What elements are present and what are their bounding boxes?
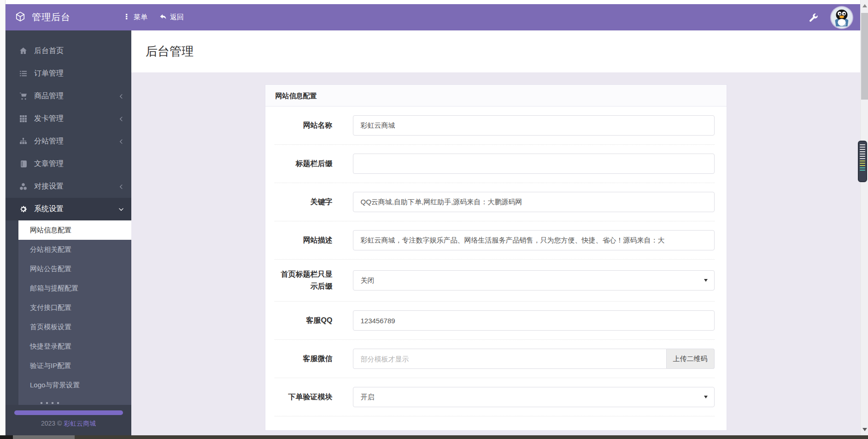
form-row-6: 客服微信上传二维码 <box>275 340 715 378</box>
field-label: 客服微信 <box>275 353 333 365</box>
cube-icon <box>15 12 25 24</box>
form-row-7: 下单验证模块开启 <box>275 378 715 416</box>
field-wrap <box>353 310 715 331</box>
cubes-icon <box>19 183 27 190</box>
minimap-stripe <box>860 160 865 161</box>
system-settings-submenu: 网站信息配置分站相关配置网站公告配置邮箱与提醒配置支付接口配置首页模板设置快捷登… <box>18 220 131 405</box>
field-wrap <box>353 154 715 174</box>
input-5[interactable] <box>353 310 715 331</box>
topnav: 菜单 返回 <box>123 13 184 22</box>
minimap-stripe <box>860 151 865 152</box>
submenu-item-6[interactable]: 快捷登录配置 <box>18 337 131 356</box>
input-1[interactable] <box>353 154 715 174</box>
list-icon <box>19 70 27 77</box>
sidebar-item-4[interactable]: 分站管理 <box>6 130 131 153</box>
scroll-up-arrow-icon[interactable] <box>861 2 868 10</box>
input-3[interactable] <box>353 230 715 250</box>
page-title: 后台管理 <box>146 43 194 59</box>
sidebar-item-label: 订单管理 <box>34 69 124 78</box>
caret-down-icon <box>704 396 708 398</box>
upload-qrcode-button[interactable]: 上传二维码 <box>667 349 715 369</box>
browser-viewport: 管理后台 菜单 返回 <box>0 0 868 439</box>
sidebar-item-5[interactable]: 文章管理 <box>6 153 131 175</box>
window-top-strip <box>0 0 860 4</box>
vertical-scrollbar-thumb[interactable] <box>861 13 868 100</box>
wrench-icon[interactable] <box>809 13 818 22</box>
sidebar: 后台首页订单管理商品管理发卡管理分站管理文章管理对接设置系统设置 网站信息配置分… <box>6 30 131 435</box>
sidebar-item-label: 后台首页 <box>34 46 124 56</box>
menu-toggle-button[interactable]: 菜单 <box>123 13 147 22</box>
minimap-stripe <box>860 163 865 164</box>
submenu-item-5[interactable]: 首页模板设置 <box>18 317 131 337</box>
sidebar-item-7[interactable]: 系统设置 <box>6 198 131 220</box>
back-button[interactable]: 返回 <box>159 13 184 22</box>
minimap-stripe <box>860 147 865 148</box>
submenu-item-3[interactable]: 邮箱与提醒配置 <box>18 279 131 298</box>
sidebar-menu: 后台首页订单管理商品管理发卡管理分站管理文章管理对接设置系统设置 <box>6 30 131 220</box>
submenu-item-4[interactable]: 支付接口配置 <box>18 298 131 317</box>
submenu-item-2[interactable]: 网站公告配置 <box>18 259 131 279</box>
form-row-4: 首页标题栏只显示后缀关闭 <box>275 260 715 302</box>
submenu-item-0[interactable]: 网站信息配置 <box>18 220 131 240</box>
sidebar-item-0[interactable]: 后台首页 <box>6 40 131 62</box>
select-7[interactable]: 开启 <box>353 387 715 407</box>
field-label: 网站名称 <box>275 119 333 131</box>
minimap-stripe <box>860 158 865 159</box>
select-4[interactable]: 关闭 <box>353 270 715 291</box>
submenu-item-7[interactable]: 验证与IP配置 <box>18 356 131 375</box>
field-label: 网站描述 <box>275 234 333 246</box>
field-wrap <box>353 192 715 212</box>
field-wrap <box>353 115 715 136</box>
clipped-submenu-item[interactable] <box>18 395 131 405</box>
sidebar-scroll-pill[interactable] <box>14 410 123 415</box>
user-avatar[interactable] <box>831 7 852 28</box>
chevron-down-icon <box>118 207 124 212</box>
panel-title: 网站信息配置 <box>265 85 727 107</box>
back-arrow-icon <box>159 13 167 22</box>
sidebar-item-2[interactable]: 商品管理 <box>6 85 131 107</box>
copyright-year: 2023 © <box>41 420 64 427</box>
back-label: 返回 <box>170 13 184 22</box>
scroll-minimap-widget[interactable] <box>858 141 867 182</box>
input-2[interactable] <box>353 192 715 212</box>
field-label: 标题栏后缀 <box>275 158 333 170</box>
topbar: 管理后台 菜单 返回 <box>6 4 860 30</box>
form-row-5: 客服QQ <box>275 302 715 340</box>
sidebar-footer: 2023 © 彩虹云商城 <box>6 405 131 435</box>
window-left-strip <box>0 0 6 435</box>
sidebar-item-label: 文章管理 <box>34 159 124 169</box>
vertical-scrollbar[interactable] <box>860 0 868 435</box>
minimap-stripe <box>860 165 865 166</box>
main-area: 后台管理 网站信息配置 网站名称标题栏后缀关键字网站描述首页标题栏只显示后缀关闭… <box>131 30 860 435</box>
app-body: 后台首页订单管理商品管理发卡管理分站管理文章管理对接设置系统设置 网站信息配置分… <box>6 30 860 435</box>
form-row-0: 网站名称 <box>275 107 715 145</box>
minimap-stripe <box>860 156 865 157</box>
gear-icon <box>19 205 27 213</box>
minimap-stripe <box>860 170 865 171</box>
submenu-item-1[interactable]: 分站相关配置 <box>18 240 131 259</box>
brand[interactable]: 管理后台 <box>6 11 123 24</box>
chevron-left-icon <box>118 139 124 144</box>
form-row-1: 标题栏后缀 <box>275 145 715 183</box>
sidebar-item-label: 对接设置 <box>34 182 118 191</box>
horizontal-scrollbar-thumb[interactable] <box>13 435 75 439</box>
sidebar-item-3[interactable]: 发卡管理 <box>6 107 131 130</box>
field-wrap: 关闭 <box>353 270 715 291</box>
chevron-left-icon <box>118 184 124 190</box>
minimap-stripe <box>860 167 865 168</box>
copyright: 2023 © 彩虹云商城 <box>6 420 131 428</box>
sidebar-item-6[interactable]: 对接设置 <box>6 175 131 198</box>
copyright-link[interactable]: 彩虹云商城 <box>64 420 96 427</box>
brand-title: 管理后台 <box>32 11 70 24</box>
chevron-left-icon <box>118 116 124 122</box>
scroll-down-arrow-icon[interactable] <box>861 426 868 433</box>
horizontal-scrollbar[interactable] <box>0 435 868 439</box>
input-0[interactable] <box>353 115 715 136</box>
grid-icon <box>19 115 27 123</box>
input-6[interactable] <box>353 349 667 369</box>
submenu-item-8[interactable]: Logo与背景设置 <box>18 375 131 395</box>
form-row-2: 关键字 <box>275 183 715 221</box>
minimap-stripe <box>860 154 865 154</box>
sidebar-item-label: 系统设置 <box>34 204 118 214</box>
sidebar-item-1[interactable]: 订单管理 <box>6 62 131 85</box>
